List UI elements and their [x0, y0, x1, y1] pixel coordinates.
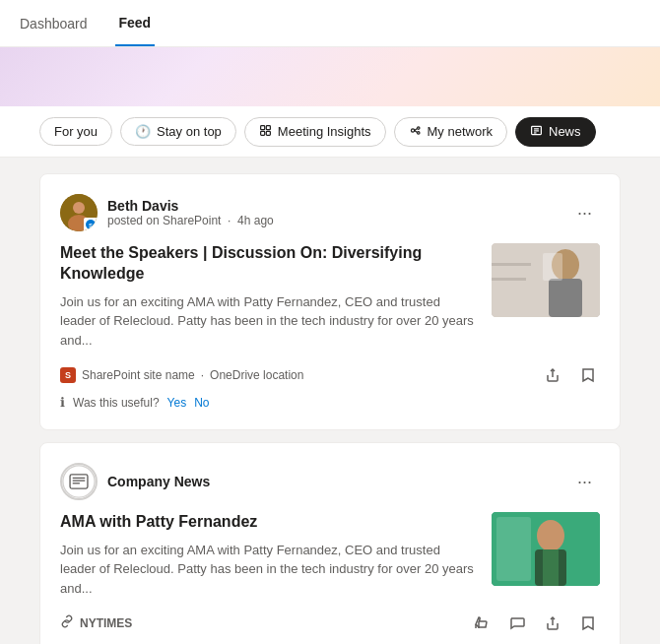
svg-rect-3 — [266, 131, 270, 135]
svg-rect-1 — [266, 125, 270, 129]
svg-rect-23 — [543, 253, 562, 281]
svg-rect-2 — [260, 131, 264, 135]
svg-rect-20 — [492, 278, 526, 281]
card-1: S Beth Davis posted on SharePoint · 4h a… — [39, 173, 621, 430]
network-icon — [409, 124, 422, 140]
card-1-action-icons — [541, 363, 600, 387]
svg-rect-0 — [260, 125, 264, 129]
card-2-thumbnail — [492, 512, 600, 586]
card-2-text: AMA with Patty Fernandez Join us for an … — [60, 512, 476, 598]
card-2-author-name: Company News — [107, 474, 210, 489]
link-icon — [60, 614, 74, 632]
card-1-desc: Join us for an exciting AMA with Patty F… — [60, 292, 476, 351]
card-2-action-icons — [470, 612, 600, 635]
svg-marker-25 — [583, 369, 593, 381]
top-nav: Dashboard Feed — [0, 0, 660, 47]
news-icon — [530, 124, 543, 140]
help-icon: ℹ — [60, 395, 65, 410]
card-1-title: Meet the Speakers | Discussion On: Diver… — [60, 243, 476, 285]
tab-for-you[interactable]: For you — [39, 117, 112, 146]
banner — [0, 47, 660, 106]
card-1-location: OneDrive location — [210, 368, 303, 382]
card-1-more-button[interactable]: ··· — [569, 199, 600, 227]
svg-text:S: S — [89, 223, 93, 228]
card-2-source: NYTIMES — [80, 616, 132, 630]
svg-point-6 — [417, 131, 419, 133]
card-2-meta-row: NYTIMES — [60, 612, 600, 635]
card-2-more-button[interactable]: ··· — [569, 468, 600, 496]
svg-point-32 — [537, 520, 564, 551]
card-2-desc: Join us for an exciting AMA with Patty F… — [60, 541, 476, 599]
tab-news[interactable]: News — [515, 117, 596, 147]
tab-stay-on-top[interactable]: 🕐 Stay on top — [120, 117, 236, 146]
card-1-header: S Beth Davis posted on SharePoint · 4h a… — [60, 194, 600, 231]
card-1-post-meta: posted on SharePoint · 4h ago — [107, 214, 274, 227]
svg-rect-22 — [549, 279, 582, 317]
sharepoint-badge: S — [84, 218, 98, 231]
card-2-author: Company News — [60, 463, 210, 500]
card-1-thumbnail — [492, 243, 600, 317]
svg-marker-39 — [583, 617, 593, 629]
card-1-author-info: Beth Davis posted on SharePoint · 4h ago — [107, 198, 274, 227]
card-2-like-button[interactable] — [470, 612, 494, 635]
card-2-title: AMA with Patty Fernandez — [60, 512, 476, 533]
card-1-author-name: Beth Davis — [107, 198, 274, 214]
svg-line-8 — [414, 130, 417, 132]
card-1-useful-row: ℹ Was this useful? Yes No — [60, 395, 210, 410]
card-1-author: S Beth Davis posted on SharePoint · 4h a… — [60, 194, 274, 231]
clock-icon: 🕐 — [135, 124, 151, 139]
card-2-author-info: Company News — [107, 474, 210, 489]
card-2-bookmark-button[interactable] — [576, 612, 600, 635]
card-1-footer: S SharePoint site name · OneDrive locati… — [60, 363, 600, 410]
card-2-comment-button[interactable] — [505, 612, 529, 635]
card-2-share-button[interactable] — [541, 612, 564, 635]
card-1-body: Meet the Speakers | Discussion On: Diver… — [60, 243, 600, 350]
nav-feed[interactable]: Feed — [115, 0, 156, 46]
card-1-yes-button[interactable]: Yes — [167, 396, 187, 410]
svg-point-26 — [63, 466, 95, 497]
avatar-beth-davis: S — [60, 194, 98, 231]
svg-point-5 — [417, 126, 419, 128]
card-2-source-row: NYTIMES — [60, 614, 132, 632]
svg-rect-35 — [496, 517, 531, 581]
card-1-share-button[interactable] — [541, 363, 564, 387]
tab-my-network[interactable]: My network — [394, 117, 507, 147]
card-1-actions: ℹ Was this useful? Yes No — [60, 395, 600, 410]
svg-point-14 — [73, 202, 85, 214]
card-1-text: Meet the Speakers | Discussion On: Diver… — [60, 243, 476, 350]
sharepoint-site-icon: S — [60, 367, 76, 383]
tab-bar: For you 🕐 Stay on top Meeting Insights — [0, 106, 660, 158]
grid-icon — [259, 124, 272, 140]
svg-rect-19 — [492, 263, 531, 266]
tab-meeting-insights[interactable]: Meeting Insights — [244, 117, 386, 147]
card-2: Company News ··· AMA with Patty Fernande… — [39, 442, 621, 644]
card-1-bookmark-button[interactable] — [576, 363, 600, 387]
card-1-useful-label: Was this useful? — [73, 396, 160, 410]
card-2-body: AMA with Patty Fernandez Join us for an … — [60, 512, 600, 598]
feed-main: S Beth Davis posted on SharePoint · 4h a… — [0, 158, 660, 644]
card-2-header: Company News ··· — [60, 463, 600, 500]
svg-point-4 — [411, 128, 414, 131]
card-2-footer: NYTIMES — [60, 612, 600, 644]
nav-dashboard[interactable]: Dashboard — [16, 0, 92, 46]
avatar-company-news — [60, 463, 98, 500]
card-1-no-button[interactable]: No — [194, 396, 209, 410]
card-1-meta-row: S SharePoint site name · OneDrive locati… — [60, 363, 600, 387]
svg-rect-34 — [543, 549, 559, 586]
svg-rect-27 — [70, 475, 88, 488]
card-1-site-name: SharePoint site name — [82, 368, 195, 382]
